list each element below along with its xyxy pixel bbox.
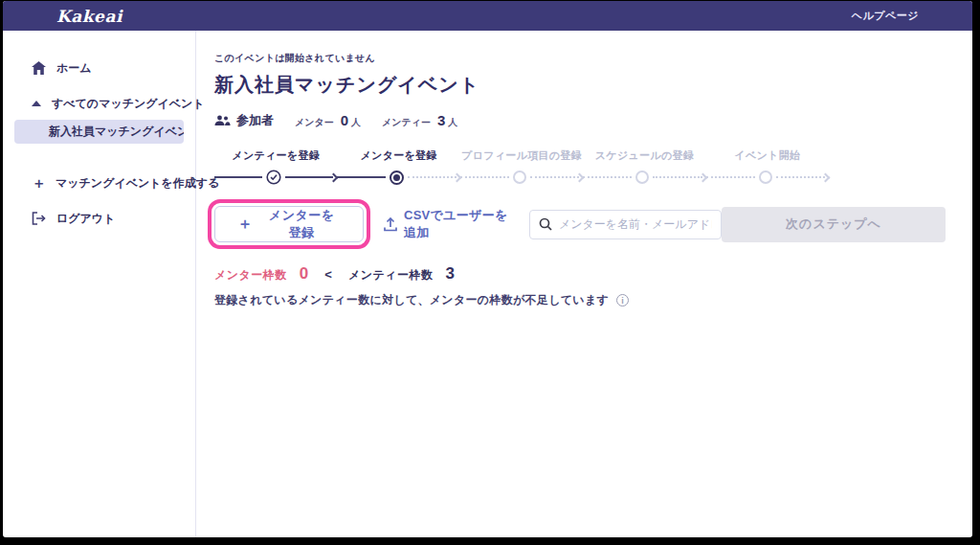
step-register-schedule: スケジュールの登録 [583,148,705,185]
step-register-mentors: メンターを登録 [337,148,459,185]
top-navbar: Kakeai ヘルプページ [3,1,972,31]
info-icon[interactable]: i [616,294,629,307]
participants-label: 参加者 [236,112,274,129]
mentee-slots-count: 3 [446,264,455,284]
mentee-count: 3 [437,112,445,128]
home-icon [32,61,46,75]
collapse-triangle-icon [32,101,41,106]
step-register-profile-items: プロフィール項目の登録 [460,148,583,185]
upload-icon [384,217,397,232]
insufficient-slots-warning: 登録されているメンティー数に対して、メンターの枠数が不足しています i [214,292,946,308]
mentee-count-group: メンティー 3 人 [382,112,457,129]
slot-counts-row: メンター枠数 0 < メンティー枠数 3 [214,264,946,284]
mentor-slots-label: メンター枠数 [214,267,287,284]
mentor-count: 0 [341,112,348,128]
sidebar-item-all-matching-events[interactable]: すべてのマッチングイベント [3,89,195,118]
event-status-note: このイベントは開始されていません [214,52,946,65]
csv-add-users-link[interactable]: CSVでユーザーを追加 [384,207,516,241]
plus-icon: ＋ [32,174,45,193]
step-current-icon [390,170,404,185]
step-register-mentees: メンティーを登録 [214,148,337,185]
next-step-button[interactable]: 次のステップへ [722,207,946,242]
step-arrow-icon [821,172,831,182]
mentee-slots-label: メンティー枠数 [348,267,434,284]
plus-icon: ＋ [237,215,254,235]
participants-row: 参加者 メンター 0 人 メンティー 3 人 [214,112,946,129]
help-page-link[interactable]: ヘルプページ [852,9,919,23]
mentor-search-box [529,210,722,239]
mentor-count-group: メンター 0 人 [295,112,361,129]
logout-button[interactable]: ログアウト [3,204,195,233]
sidebar-item-label: マッチングイベントを作成する [56,175,219,192]
logout-icon [32,212,46,225]
kakeai-logo[interactable]: Kakeai [56,7,122,26]
sidebar-item-create-matching-event[interactable]: ＋ マッチングイベントを作成する [3,169,195,197]
sidebar-item-label: ホーム [56,60,92,77]
comparator-symbol: < [324,267,332,282]
sidebar-item-label: すべてのマッチングイベント [52,96,205,112]
search-icon [539,217,552,231]
actions-row: ＋ メンターを登録 CSVでユーザーを追加 [214,206,946,242]
search-input[interactable] [559,217,712,231]
register-mentor-button[interactable]: ＋ メンターを登録 [214,206,364,242]
step-event-start: イベント開始 [706,148,829,185]
sidebar-item-label: 新入社員マッチングイベン... [49,124,184,140]
people-group-icon [214,115,231,126]
step-pending-icon [759,170,772,184]
logout-label: ログアウト [56,211,115,227]
sidebar: ホーム すべてのマッチングイベント 新入社員マッチングイベン... ＋ マッチン… [3,31,196,537]
step-pending-icon [513,170,526,184]
page-title: 新入社員マッチングイベント [214,72,946,98]
sidebar-item-home[interactable]: ホーム [3,54,195,82]
progress-stepper: メンティーを登録 メンターを登録 [214,148,829,185]
main-content: このイベントは開始されていません 新入社員マッチングイベント 参加者 メンター … [196,31,972,537]
app-window: Kakeai ヘルプページ ホーム すべてのマッチングイベント 新入社員マッチン… [3,1,972,537]
step-pending-icon [635,170,649,184]
mentor-slots-count: 0 [300,264,308,284]
sidebar-item-new-employee-event-selected[interactable]: 新入社員マッチングイベン... [14,120,184,144]
step-complete-check-icon [266,170,281,185]
